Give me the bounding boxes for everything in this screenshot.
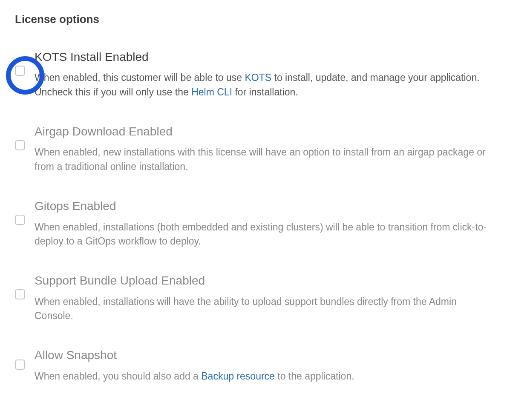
support-bundle-checkbox[interactable]: [15, 289, 25, 299]
gitops-title: Gitops Enabled: [35, 198, 492, 214]
kots-install-description: When enabled, this customer will be able…: [35, 71, 492, 99]
option-snapshot: Allow Snapshot When enabled, you should …: [15, 348, 492, 383]
gitops-checkbox[interactable]: [15, 215, 25, 225]
support-bundle-description: When enabled, installations will have th…: [35, 295, 492, 323]
option-support-bundle: Support Bundle Upload Enabled When enabl…: [15, 273, 492, 323]
snapshot-title: Allow Snapshot: [35, 348, 492, 363]
snapshot-description: When enabled, you should also add a Back…: [35, 369, 492, 383]
backup-resource-link[interactable]: Backup resource: [201, 371, 275, 382]
kots-install-title: KOTS Install Enabled: [35, 49, 492, 65]
option-gitops: Gitops Enabled When enabled, installatio…: [15, 198, 492, 248]
support-bundle-title: Support Bundle Upload Enabled: [35, 273, 492, 288]
snapshot-desc-text-2: to the application.: [275, 371, 354, 382]
airgap-description: When enabled, new installations with thi…: [35, 145, 492, 174]
snapshot-checkbox[interactable]: [15, 360, 25, 370]
airgap-checkbox[interactable]: [15, 140, 25, 150]
gitops-description: When enabled, installations (both embedd…: [35, 220, 492, 249]
kots-desc-text-1: When enabled, this customer will be able…: [35, 72, 245, 83]
option-airgap: Airgap Download Enabled When enabled, ne…: [15, 124, 492, 174]
kots-desc-text-3: for installation.: [232, 86, 298, 98]
kots-install-checkbox[interactable]: [15, 66, 25, 76]
option-kots-install: KOTS Install Enabled When enabled, this …: [15, 49, 492, 99]
snapshot-desc-text-1: When enabled, you should also add a: [35, 371, 201, 382]
section-title: License options: [15, 13, 492, 26]
helm-cli-link[interactable]: Helm CLI: [191, 86, 232, 98]
airgap-title: Airgap Download Enabled: [35, 124, 492, 139]
kots-link[interactable]: KOTS: [245, 72, 272, 83]
